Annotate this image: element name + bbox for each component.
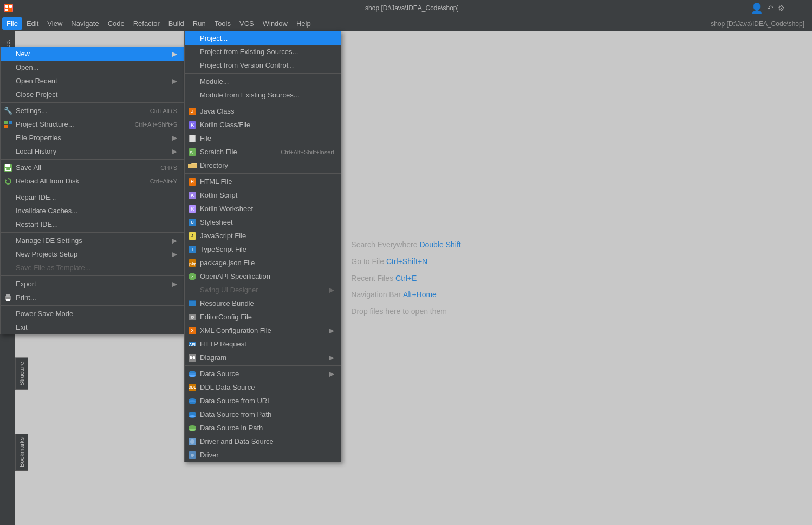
menu-build[interactable]: Build: [164, 17, 189, 30]
new-scratch-file[interactable]: S Scratch File Ctrl+Alt+Shift+Insert: [185, 145, 341, 159]
new-html-file[interactable]: H HTML File: [185, 175, 341, 188]
sep6: [1, 305, 184, 306]
file-menu-restart-ide[interactable]: Restart IDE...: [1, 218, 184, 231]
file-menu-open-recent[interactable]: Open Recent ▶: [1, 74, 184, 88]
recent-icon: [4, 77, 12, 86]
svg-text:pkg: pkg: [189, 261, 196, 266]
new-module-existing[interactable]: Module from Existing Sources...: [185, 88, 341, 102]
menu-run[interactable]: Run: [189, 17, 210, 30]
menu-tools[interactable]: Tools: [210, 17, 235, 30]
new-javascript-file[interactable]: J JavaScript File: [185, 229, 341, 242]
new-file[interactable]: File: [185, 132, 341, 145]
menu-navigate[interactable]: Navigate: [67, 17, 103, 30]
file-menu-save-all[interactable]: Save All Ctrl+S: [1, 161, 184, 174]
file-menu-print[interactable]: Print...: [1, 291, 184, 304]
file-menu-reload-all[interactable]: Reload All from Disk Ctrl+Alt+Y: [1, 174, 184, 188]
driver-icon: [188, 451, 197, 460]
svg-point-46: [191, 454, 194, 457]
new-project-existing[interactable]: Project from Existing Sources...: [185, 45, 341, 58]
svg-point-36: [189, 375, 196, 377]
scratch-file-icon: S: [188, 148, 197, 156]
new-directory[interactable]: Directory: [185, 159, 341, 172]
new-resource-bundle[interactable]: Resource Bundle: [185, 297, 341, 310]
package-json-icon: pkg: [188, 259, 197, 267]
file-menu-open[interactable]: Open...: [1, 61, 184, 74]
data-source-arrow: ▶: [329, 370, 334, 378]
new-package-json[interactable]: pkg package.json File: [185, 256, 341, 270]
bookmarks-tab[interactable]: Bookmarks: [15, 434, 28, 471]
project-path: shop [D:\Java\IDEA_Code\shop]: [315, 20, 810, 28]
new-data-source[interactable]: Data Source ▶: [185, 367, 341, 380]
svg-point-44: [190, 439, 194, 444]
sep4: [1, 232, 184, 233]
new-diagram[interactable]: Diagram ▶: [185, 351, 341, 364]
file-menu-power-save[interactable]: Power Save Mode: [1, 307, 184, 320]
new-ddl-data-source[interactable]: DDL DDL Data Source: [185, 380, 341, 394]
person-icon[interactable]: 👤: [751, 2, 763, 14]
new-data-source-path[interactable]: Data Source from Path: [185, 408, 341, 421]
menu-window[interactable]: Window: [258, 17, 292, 30]
file-menu-manage-ide-settings[interactable]: Manage IDE Settings ▶: [1, 234, 184, 247]
file-menu-invalidate-caches[interactable]: Invalidate Caches...: [1, 204, 184, 218]
git-icon[interactable]: ↶: [767, 4, 774, 12]
new-xml-config[interactable]: X XML Configuration File ▶: [185, 324, 341, 337]
new-driver-data-source[interactable]: Driver and Data Source: [185, 435, 341, 448]
resource-bundle-icon: [188, 299, 197, 308]
menu-file[interactable]: File: [2, 17, 22, 30]
file-menu-new[interactable]: New ▶: [1, 47, 184, 61]
stylesheet-icon: C: [188, 218, 197, 227]
gear-icon: 🔧: [4, 107, 12, 115]
xml-config-icon: X: [188, 326, 197, 335]
kotlin-class-icon: K: [188, 121, 197, 129]
svg-rect-24: [189, 300, 196, 301]
new-openapi[interactable]: ✓ OpenAPI Specification: [185, 270, 341, 283]
file-menu-settings[interactable]: 🔧 Settings... Ctrl+Alt+S: [1, 104, 184, 117]
svg-text:S: S: [190, 150, 193, 155]
driver-data-source-icon: [188, 437, 197, 446]
file-menu-local-history[interactable]: Local History ▶: [1, 145, 184, 158]
menu-vcs[interactable]: VCS: [235, 17, 258, 30]
menu-help[interactable]: Help: [292, 17, 315, 30]
window-title: shop [D:\Java\IDEA_Code\shop]: [16, 4, 808, 12]
directory-icon: [188, 161, 197, 170]
java-class-icon: J: [188, 107, 197, 116]
new-arrow: ▶: [172, 50, 177, 58]
recent-arrow: ▶: [172, 77, 177, 85]
data-source-path-icon: [188, 410, 197, 419]
new-kotlin-worksheet[interactable]: K Kotlin Worksheet: [185, 202, 341, 215]
new-java-class[interactable]: J Java Class: [185, 104, 341, 118]
file-menu-close-project[interactable]: Close Project: [1, 88, 184, 101]
print-icon: [4, 293, 12, 302]
new-editorconfig[interactable]: EditorConfig File: [185, 310, 341, 324]
menu-code[interactable]: Code: [103, 17, 129, 30]
new-typescript-file[interactable]: T TypeScript File: [185, 242, 341, 256]
menu-edit[interactable]: Edit: [22, 17, 43, 30]
javascript-icon: J: [188, 232, 197, 240]
new-driver[interactable]: Driver: [185, 448, 341, 462]
new-data-source-url[interactable]: Data Source from URL: [185, 394, 341, 408]
new-kotlin-script[interactable]: K Kotlin Script: [185, 188, 341, 202]
new-project[interactable]: Project...: [185, 31, 341, 45]
file-menu-exit[interactable]: Exit: [1, 320, 184, 334]
svg-rect-13: [6, 294, 10, 297]
file-menu-project-structure[interactable]: Project Structure... Ctrl+Alt+Shift+S: [1, 117, 184, 131]
menu-refactor[interactable]: Refactor: [129, 17, 164, 30]
file-menu-file-properties[interactable]: File Properties ▶: [1, 131, 184, 145]
file-menu-new-projects-setup[interactable]: New Projects Setup ▶: [1, 247, 184, 261]
svg-rect-5: [9, 121, 12, 124]
structure-tab[interactable]: Structure: [15, 358, 28, 390]
kotlin-script-icon: K: [188, 191, 197, 200]
svg-rect-8: [5, 164, 10, 167]
file-menu-repair-ide[interactable]: Repair IDE...: [1, 191, 184, 204]
new-kotlin-class[interactable]: K Kotlin Class/File: [185, 118, 341, 132]
new-data-source-in-path[interactable]: Data Source in Path: [185, 421, 341, 435]
menu-view[interactable]: View: [43, 17, 67, 30]
settings-icon[interactable]: ⚙: [778, 4, 785, 12]
svg-rect-1: [5, 5, 8, 8]
file-menu-export[interactable]: Export ▶: [1, 277, 184, 291]
hint-navigation-bar: Navigation Bar Alt+Home: [351, 286, 460, 303]
new-module[interactable]: Module...: [185, 75, 341, 88]
new-stylesheet[interactable]: C Stylesheet: [185, 215, 341, 229]
new-project-vcs[interactable]: Project from Version Control...: [185, 58, 341, 72]
new-http-request[interactable]: API HTTP Request: [185, 337, 341, 351]
